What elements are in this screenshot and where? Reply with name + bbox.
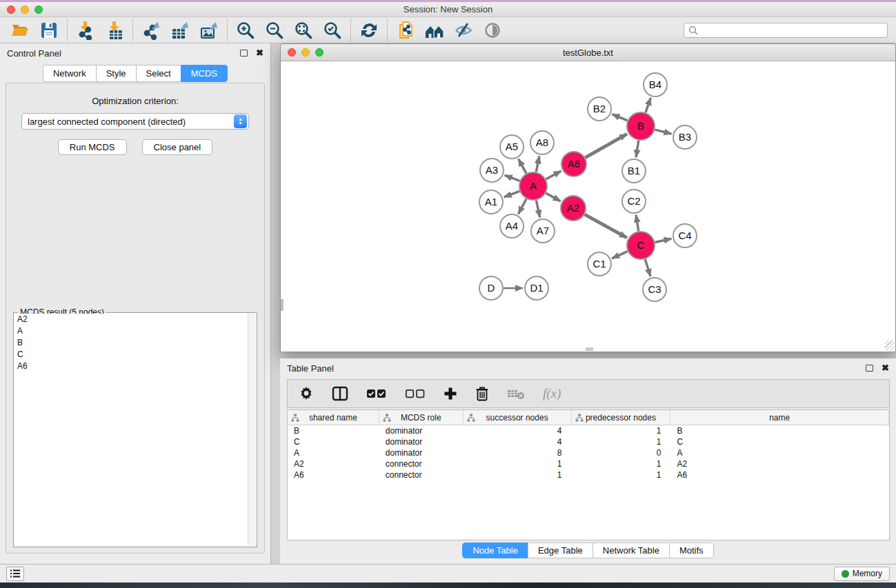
column-header-predecessor-nodes[interactable]: predecessor nodes [572, 410, 671, 425]
zoom-fit-button[interactable] [289, 19, 318, 42]
function-builder-button[interactable]: f(x) [543, 386, 561, 401]
cell-shared-name[interactable]: A2 [288, 458, 379, 469]
run-mcds-button[interactable]: Run MCDS [58, 139, 127, 155]
column-header-label: MCDS role [401, 413, 441, 423]
close-panel-button[interactable]: ✖ [256, 50, 263, 57]
table-row-a6[interactable]: A6connector11A6 [288, 469, 889, 480]
cell-successor-nodes[interactable]: 8 [464, 447, 572, 458]
add-column-button[interactable] [444, 387, 457, 401]
delete-table-icon [507, 387, 525, 400]
close-table-panel-button[interactable]: ✖ [882, 365, 889, 372]
cell-predecessor-nodes[interactable]: 0 [572, 447, 671, 458]
window-resize-grip[interactable] [885, 341, 895, 350]
network-canvas[interactable]: B4B2BB3A8A5A6A3B1AC2A1A2A4A7C4CC1DC3D1 [281, 61, 895, 351]
graph-node-label-c: C [637, 239, 645, 251]
search-input[interactable] [698, 26, 883, 35]
table-row-a2[interactable]: A2connector11A2 [288, 458, 889, 469]
mcds-result-list: A2ABCA6 [14, 314, 248, 546]
zoom-in-button[interactable] [231, 19, 260, 42]
cell-predecessor-nodes[interactable]: 1 [572, 458, 671, 469]
cell-predecessor-nodes[interactable]: 1 [572, 425, 671, 436]
tab-mcds[interactable]: MCDS [181, 65, 228, 82]
column-header-mcds-role[interactable]: MCDS role [379, 410, 464, 425]
select-all-rows-button[interactable] [366, 387, 387, 400]
open-session-button[interactable] [6, 19, 34, 42]
zoom-out-button[interactable] [260, 19, 289, 42]
cell-mcds-role[interactable]: dominator [379, 425, 464, 436]
cell-successor-nodes[interactable]: 4 [464, 425, 572, 436]
graph-edge-b-b2 [612, 114, 627, 121]
tab-edge-table[interactable]: Edge Table [528, 543, 593, 558]
settings-gear-button[interactable] [299, 386, 314, 401]
result-item-c[interactable]: C [14, 349, 248, 361]
column-header-successor-nodes[interactable]: successor nodes [464, 410, 572, 425]
result-item-a6[interactable]: A6 [14, 361, 248, 372]
cell-successor-nodes[interactable]: 1 [464, 469, 572, 480]
criterion-select[interactable]: largest connected component (directed) ▲… [21, 113, 249, 130]
cell-successor-nodes[interactable]: 4 [464, 436, 572, 447]
cell-name[interactable]: B [670, 425, 889, 436]
memory-button[interactable]: Memory [834, 567, 890, 581]
cell-name[interactable]: A [670, 447, 889, 458]
cell-mcds-role[interactable]: dominator [379, 436, 464, 447]
result-scrollbar[interactable] [248, 314, 256, 546]
cell-mcds-role[interactable]: connector [379, 458, 464, 469]
import-table-button[interactable] [100, 19, 129, 42]
cell-shared-name[interactable]: B [288, 425, 379, 436]
horizontal-scroll-thumb[interactable] [586, 347, 593, 351]
column-header-shared-name[interactable]: shared name [288, 410, 379, 425]
graph-edge-a-a1 [504, 191, 520, 197]
search-field[interactable] [684, 23, 888, 38]
graph-edge-a-a3 [505, 175, 520, 181]
cell-mcds-role[interactable]: dominator [379, 447, 464, 458]
cell-predecessor-nodes[interactable]: 1 [572, 469, 671, 480]
cell-successor-nodes[interactable]: 1 [464, 458, 572, 469]
table-row-a[interactable]: Adominator80A [288, 447, 889, 458]
float-panel-button[interactable] [240, 50, 248, 57]
cell-shared-name[interactable]: C [288, 436, 379, 447]
deselect-all-rows-button[interactable] [405, 387, 426, 400]
delete-table-button[interactable] [507, 387, 525, 400]
float-table-panel-button[interactable] [866, 365, 873, 372]
hide-graphics-details-button[interactable] [449, 19, 478, 42]
export-network-button[interactable] [137, 19, 166, 42]
cell-name[interactable]: C [670, 436, 889, 447]
result-item-b[interactable]: B [14, 337, 248, 349]
table-row-c[interactable]: Cdominator41C [288, 436, 889, 447]
result-item-a[interactable]: A [14, 325, 248, 337]
duplicate-network-button[interactable] [391, 19, 420, 42]
cell-name[interactable]: A6 [670, 469, 889, 480]
save-session-button[interactable] [34, 19, 63, 42]
network-overview-button[interactable] [420, 19, 449, 42]
export-image-button[interactable] [195, 19, 223, 42]
graph-node-label-a3: A3 [486, 164, 498, 176]
close-panel-button-inner[interactable]: Close panel [142, 139, 213, 155]
column-header-name[interactable]: name [670, 410, 889, 425]
export-table-button[interactable] [166, 19, 195, 42]
result-item-a2[interactable]: A2 [14, 314, 248, 325]
table-panel: Table Panel ✖ [280, 358, 896, 564]
tab-select[interactable]: Select [136, 65, 181, 82]
tab-network-table[interactable]: Network Table [593, 543, 669, 558]
cell-name[interactable]: A2 [670, 458, 889, 469]
toggle-column-view-button[interactable] [332, 386, 348, 401]
column-type-icon [467, 414, 475, 422]
tab-style[interactable]: Style [96, 65, 136, 82]
cell-predecessor-nodes[interactable]: 1 [572, 436, 671, 447]
task-history-button[interactable] [6, 567, 24, 581]
import-network-button[interactable] [71, 19, 100, 42]
refresh-button[interactable] [355, 19, 384, 42]
show-graphics-details-button[interactable] [478, 19, 507, 42]
cell-shared-name[interactable]: A [288, 447, 379, 458]
table-row-b[interactable]: Bdominator41B [288, 425, 889, 436]
delete-columns-button[interactable] [475, 386, 489, 401]
cell-mcds-role[interactable]: connector [379, 469, 464, 480]
tab-network[interactable]: Network [43, 65, 96, 82]
vertical-scroll-thumb[interactable] [281, 299, 283, 311]
cell-shared-name[interactable]: A6 [288, 469, 379, 480]
tab-motifs[interactable]: Motifs [669, 543, 714, 558]
zoom-selected-button[interactable] [318, 19, 347, 42]
tab-node-table[interactable]: Node Table [462, 543, 528, 558]
graph-node-label-a8: A8 [536, 136, 548, 148]
mcds-tab-content: Optimization criterion: largest connecte… [6, 83, 265, 554]
